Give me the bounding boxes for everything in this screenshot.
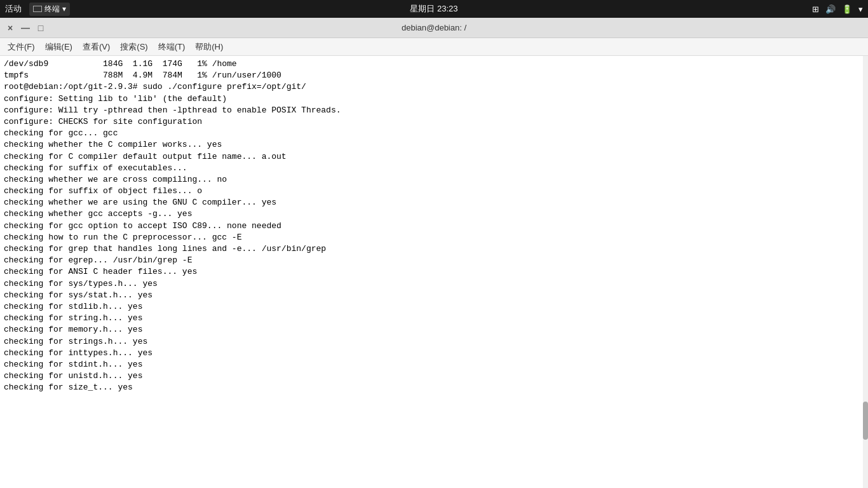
window-controls: × — □ [5, 23, 46, 33]
terminal-icon [33, 6, 42, 12]
terminal-line: checking for suffix of object files... o [4, 186, 857, 197]
minimize-button[interactable]: — [20, 23, 31, 33]
terminal-line: checking for gcc... gcc [4, 128, 857, 139]
terminal-line: configure: CHECKS for site configuration [4, 116, 857, 128]
terminal-line: checking whether the C compiler works...… [4, 139, 857, 151]
system-dropdown-icon[interactable]: ▾ [858, 4, 863, 14]
terminal-line: checking for stdlib.h... yes [4, 301, 857, 313]
terminal-line: checking whether we are cross compiling.… [4, 174, 857, 186]
terminal-line: checking whether gcc accepts -g... yes [4, 208, 857, 220]
terminal-line: tmpfs 788M 4.9M 784M 1% /run/user/1000 [4, 70, 857, 81]
terminal-line: checking for gcc option to accept ISO C8… [4, 220, 857, 232]
terminal-line: checking for inttypes.h... yes [4, 348, 857, 359]
menu-view[interactable]: 查看(V) [78, 40, 115, 54]
terminal-taskbar-label: 终端 [44, 4, 60, 15]
battery-icon[interactable]: 🔋 [842, 4, 852, 14]
activities-button[interactable]: 活动 [5, 3, 22, 15]
terminal-line: configure: Will try -pthread then -lpthr… [4, 105, 857, 116]
volume-icon[interactable]: 🔊 [825, 4, 836, 14]
terminal-line: checking for size_t... yes [4, 382, 857, 393]
terminal-line: checking how to run the C preprocessor..… [4, 232, 857, 243]
terminal-line: checking for sys/types.h... yes [4, 278, 857, 290]
terminal-line: configure: Setting lib to 'lib' (the def… [4, 93, 857, 105]
network-icon[interactable]: ⊞ [812, 4, 819, 14]
terminal-line: checking for string.h... yes [4, 313, 857, 324]
menu-search[interactable]: 搜索(S) [115, 40, 153, 54]
terminal-line: checking whether we are using the GNU C … [4, 197, 857, 208]
menu-edit[interactable]: 编辑(E) [40, 40, 78, 54]
maximize-button[interactable]: □ [36, 23, 46, 33]
system-bar: 活动 终端 ▾ 星期日 23:23 ⊞ 🔊 🔋 ▾ [0, 0, 868, 18]
terminal-line: root@debian:/opt/git-2.9.3# sudo ./confi… [4, 81, 857, 93]
terminal-line: checking for suffix of executables... [4, 163, 857, 174]
terminal-taskbar-item[interactable]: 终端 ▾ [29, 3, 70, 16]
terminal-line: checking for memory.h... yes [4, 324, 857, 336]
title-bar: × — □ debian@debian: / [0, 18, 868, 38]
terminal-line: checking for stdint.h... yes [4, 359, 857, 370]
menu-terminal[interactable]: 终端(T) [153, 40, 191, 54]
scrollbar-track[interactable] [863, 56, 868, 488]
menu-bar: 文件(F) 编辑(E) 查看(V) 搜索(S) 终端(T) 帮助(H) [0, 38, 868, 56]
terminal-content[interactable]: /dev/sdb9 184G 1.1G 174G 1% /hometmpfs 7… [0, 56, 868, 488]
menu-help[interactable]: 帮助(H) [190, 40, 228, 54]
terminal-line: checking for egrep... /usr/bin/grep -E [4, 255, 857, 266]
scrollbar-thumb[interactable] [863, 402, 868, 440]
system-bar-left: 活动 终端 ▾ [5, 3, 70, 16]
system-datetime: 星期日 23:23 [410, 3, 458, 15]
close-button[interactable]: × [5, 23, 15, 33]
terminal-line: checking for grep that handles long line… [4, 243, 857, 255]
terminal-line: checking for strings.h... yes [4, 336, 857, 348]
system-bar-right: ⊞ 🔊 🔋 ▾ [812, 4, 863, 14]
terminal-line: checking for ANSI C header files... yes [4, 266, 857, 278]
menu-file[interactable]: 文件(F) [3, 40, 40, 54]
terminal-line: /dev/sdb9 184G 1.1G 174G 1% /home [4, 58, 857, 70]
terminal-line: checking for unistd.h... yes [4, 370, 857, 382]
window-title: debian@debian: / [402, 23, 466, 32]
terminal-line: checking for C compiler default output f… [4, 151, 857, 163]
terminal-taskbar-dropdown[interactable]: ▾ [62, 4, 66, 13]
terminal-window: × — □ debian@debian: / 文件(F) 编辑(E) 查看(V)… [0, 18, 868, 488]
terminal-line: checking for sys/stat.h... yes [4, 290, 857, 301]
